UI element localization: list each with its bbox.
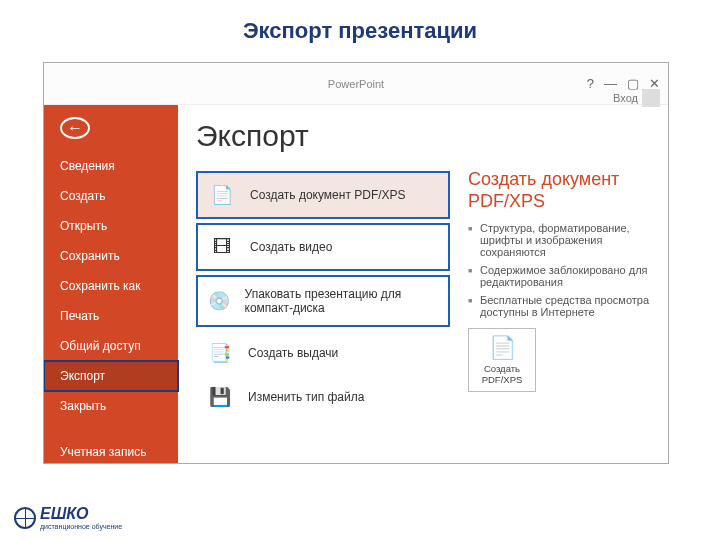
logo-subtext: дистанционное обучение: [40, 523, 122, 530]
signin-label: Вход: [613, 92, 638, 104]
backstage-sidebar: ← Сведения Создать Открыть Сохранить Сох…: [44, 105, 178, 463]
globe-icon: [14, 507, 36, 529]
export-option-label: Изменить тип файла: [248, 390, 364, 404]
sidebar-item-account[interactable]: Учетная запись: [44, 437, 178, 463]
export-option-label: Создать выдачи: [248, 346, 338, 360]
back-button[interactable]: ←: [60, 117, 90, 139]
export-option-handouts[interactable]: 📑 Создать выдачи: [196, 331, 450, 375]
sidebar-item-save[interactable]: Сохранить: [44, 241, 178, 271]
detail-bullet: Содержимое заблокировано для редактирова…: [468, 264, 656, 288]
sidebar-item-info[interactable]: Сведения: [44, 151, 178, 181]
sidebar-item-share[interactable]: Общий доступ: [44, 331, 178, 361]
page-title: Экспорт: [196, 119, 450, 153]
handout-icon: 📑: [206, 341, 234, 365]
sidebar-item-export[interactable]: Экспорт: [44, 361, 178, 391]
pdf-icon: 📄: [208, 183, 236, 207]
slide-title: Экспорт презентации: [0, 0, 720, 54]
video-icon: 🎞: [208, 235, 236, 259]
titlebar: PowerPoint ? — ▢ ✕ Вход: [44, 63, 668, 105]
export-detail-panel: Создать документ PDF/XPS Структура, форм…: [450, 119, 668, 463]
export-option-label: Упаковать презентацию для компакт-диска: [245, 287, 438, 315]
action-label: Создать PDF/XPS: [482, 363, 523, 385]
logo-text: ЕШКО: [40, 505, 122, 523]
sidebar-item-open[interactable]: Открыть: [44, 211, 178, 241]
sidebar-item-close[interactable]: Закрыть: [44, 391, 178, 421]
sidebar-item-new[interactable]: Создать: [44, 181, 178, 211]
export-option-label: Создать видео: [250, 240, 332, 254]
powerpoint-window: PowerPoint ? — ▢ ✕ Вход ← Сведения Созда…: [43, 62, 669, 464]
detail-title: Создать документ PDF/XPS: [468, 169, 656, 212]
export-option-cd[interactable]: 💿 Упаковать презентацию для компакт-диск…: [196, 275, 450, 327]
sidebar-item-saveas[interactable]: Сохранить как: [44, 271, 178, 301]
export-option-label: Создать документ PDF/XPS: [250, 188, 406, 202]
create-pdfxps-button[interactable]: 📄 Создать PDF/XPS: [468, 328, 536, 392]
pdf-icon: 📄: [473, 335, 531, 361]
export-option-pdfxps[interactable]: 📄 Создать документ PDF/XPS: [196, 171, 450, 219]
app-name: PowerPoint: [328, 78, 384, 90]
arrow-left-icon: ←: [67, 119, 83, 137]
filetype-icon: 💾: [206, 385, 234, 409]
export-option-video[interactable]: 🎞 Создать видео: [196, 223, 450, 271]
eshko-logo: ЕШКО дистанционное обучение: [14, 505, 122, 530]
detail-bullet: Бесплатные средства просмотра доступны в…: [468, 294, 656, 318]
detail-bullets: Структура, форматирование, шрифты и изоб…: [468, 222, 656, 318]
cd-icon: 💿: [208, 289, 231, 313]
export-option-changetype[interactable]: 💾 Изменить тип файла: [196, 375, 450, 419]
export-page: Экспорт 📄 Создать документ PDF/XPS 🎞 Соз…: [178, 105, 668, 463]
help-button[interactable]: ?: [587, 76, 594, 91]
sidebar-item-print[interactable]: Печать: [44, 301, 178, 331]
detail-bullet: Структура, форматирование, шрифты и изоб…: [468, 222, 656, 258]
